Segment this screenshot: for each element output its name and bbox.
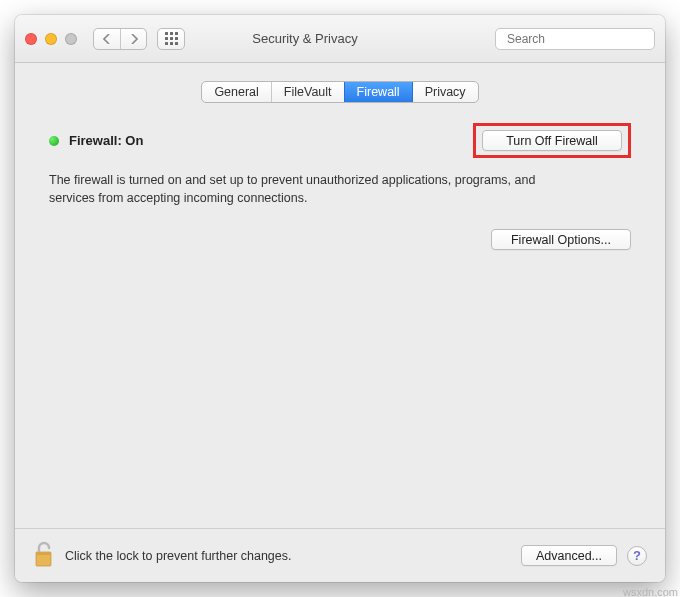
- advanced-button[interactable]: Advanced...: [521, 545, 617, 566]
- firewall-options-button[interactable]: Firewall Options...: [491, 229, 631, 250]
- maximize-window-button[interactable]: [65, 33, 77, 45]
- help-button[interactable]: ?: [627, 546, 647, 566]
- lock-area[interactable]: Click the lock to prevent further change…: [33, 540, 511, 571]
- tab-privacy[interactable]: Privacy: [412, 82, 478, 102]
- search-input[interactable]: [507, 32, 657, 46]
- firewall-status-row: Firewall: On Turn Off Firewall: [49, 123, 631, 158]
- window-controls: [25, 33, 77, 45]
- window-title: Security & Privacy: [125, 31, 485, 46]
- firewall-description: The firewall is turned on and set up to …: [49, 172, 559, 207]
- firewall-status-label: Firewall: On: [69, 133, 143, 148]
- tab-firewall[interactable]: Firewall: [344, 82, 412, 102]
- segmented-control: General FileVault Firewall Privacy: [201, 81, 478, 103]
- search-field-wrap[interactable]: [495, 28, 655, 50]
- tab-bar: General FileVault Firewall Privacy: [15, 63, 665, 103]
- lock-open-icon: [33, 540, 55, 571]
- turn-off-firewall-button[interactable]: Turn Off Firewall: [482, 130, 622, 151]
- minimize-window-button[interactable]: [45, 33, 57, 45]
- preferences-window: Security & Privacy General FileVault Fir…: [15, 15, 665, 582]
- watermark: wsxdn.com: [623, 586, 678, 597]
- tab-general[interactable]: General: [202, 82, 270, 102]
- footer-right: Advanced... ?: [521, 545, 647, 566]
- lock-text: Click the lock to prevent further change…: [65, 549, 292, 563]
- svg-rect-2: [36, 552, 51, 555]
- firewall-status: Firewall: On: [49, 133, 143, 148]
- status-indicator-on-icon: [49, 136, 59, 146]
- titlebar: Security & Privacy: [15, 15, 665, 63]
- firewall-options-row: Firewall Options...: [49, 229, 631, 250]
- firewall-pane: Firewall: On Turn Off Firewall The firew…: [15, 103, 665, 528]
- chevron-left-icon: [103, 34, 111, 44]
- close-window-button[interactable]: [25, 33, 37, 45]
- preferences-footer: Click the lock to prevent further change…: [15, 528, 665, 582]
- back-button[interactable]: [94, 29, 120, 49]
- highlight-annotation: Turn Off Firewall: [473, 123, 631, 158]
- tab-filevault[interactable]: FileVault: [271, 82, 344, 102]
